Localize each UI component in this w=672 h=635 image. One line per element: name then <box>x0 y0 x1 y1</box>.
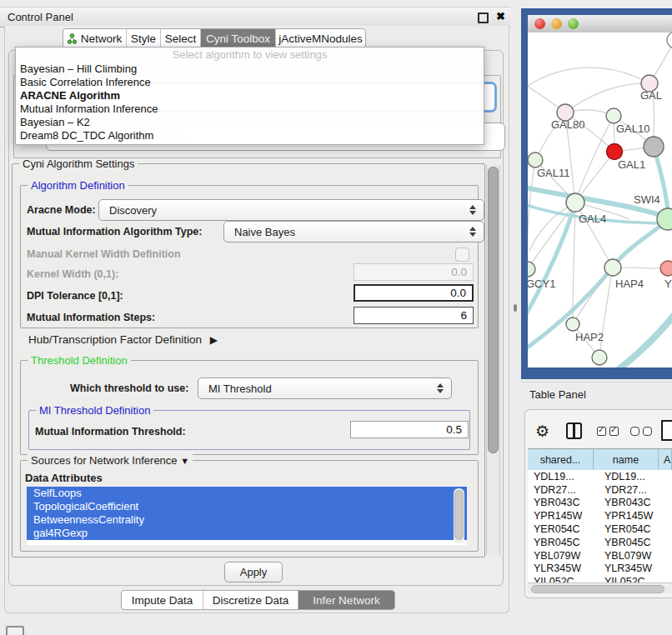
algorithm-option[interactable]: ARACNE Algorithm <box>16 89 484 102</box>
column-header-partial[interactable]: A <box>659 449 672 471</box>
network-node-label: GCY1 <box>528 278 555 290</box>
network-node-gal1[interactable] <box>607 144 623 160</box>
tab-impute-data[interactable]: Impute Data <box>122 591 203 609</box>
table-hscrollbar[interactable] <box>528 582 672 593</box>
float-panel-icon[interactable] <box>478 12 489 23</box>
apply-button[interactable]: Apply <box>224 562 283 582</box>
network-window-titlebar[interactable] <box>528 15 672 33</box>
document-icon[interactable] <box>661 420 672 441</box>
sources-group-title[interactable]: Sources for Network Inference ▼ <box>28 454 193 467</box>
network-node[interactable] <box>592 350 607 365</box>
table-row[interactable]: YBL079WYBL079W <box>528 549 672 562</box>
table-cell: YDL19... <box>528 471 599 482</box>
spinner-arrows-icon <box>469 227 476 237</box>
table-row[interactable]: YIL052CYIL052C9 <box>528 575 672 582</box>
docked-panel-icon[interactable] <box>6 626 24 635</box>
algorithm-option[interactable]: Bayesian – Hill Climbing <box>16 62 484 76</box>
tab-label: Network <box>81 32 123 45</box>
tab-discretize-data[interactable]: Discretize Data <box>203 591 298 609</box>
network-tab-icon <box>68 33 77 44</box>
table-cell: YDR27... <box>599 484 669 496</box>
table-cell: YIL052C <box>599 576 669 582</box>
table-row[interactable]: YLR345WYLR345W9. <box>528 562 672 576</box>
manual-kernel-checkbox[interactable] <box>455 248 469 262</box>
column-header-name[interactable]: name <box>594 449 659 471</box>
mi-type-label: Mutual Information Algorithm Type: <box>27 226 202 238</box>
settings-scrollbar-thumb[interactable] <box>488 167 499 453</box>
network-node-gcy1[interactable] <box>528 262 535 277</box>
network-node-y[interactable] <box>660 261 672 276</box>
attributes-scrollbar[interactable] <box>454 488 464 543</box>
network-node[interactable] <box>644 137 664 157</box>
table-row[interactable]: YBR045CYBR045C9. <box>528 536 672 549</box>
control-panel-tab-bar: NetworkStyleSelectCyni ToolboxjActiveMNo… <box>63 28 366 48</box>
mi-steps-input[interactable] <box>354 307 474 324</box>
network-node-gal4[interactable] <box>566 193 584 212</box>
kernel-width-input[interactable] <box>354 263 474 281</box>
table-cell: YBR045C <box>528 537 599 548</box>
mi-threshold-group-title: MI Threshold Definition <box>36 404 153 417</box>
attribute-item[interactable]: BetweennessCentrality <box>27 513 467 527</box>
gear-icon[interactable]: ⚙ <box>535 422 549 441</box>
spinner-arrows-icon <box>437 383 444 393</box>
table-cell: YDR27... <box>528 484 599 496</box>
table-hscrollbar-thumb[interactable] <box>531 585 664 593</box>
tab-infer-network[interactable]: Infer Network <box>298 591 394 609</box>
table-row[interactable]: YDL19...YDL19...13 <box>528 470 672 483</box>
algorithm-option[interactable]: Mutual Information Inference <box>16 102 484 116</box>
close-panel-icon[interactable]: ✖ <box>496 10 505 22</box>
network-node-label: SWI4 <box>634 193 660 206</box>
tab-label: Discretize Data <box>213 594 289 607</box>
network-node-hap4[interactable] <box>604 259 621 276</box>
network-canvas[interactable]: GALGAL80GAL10GAL1GAL11SWI4GAL4GCY1HAP4YH… <box>528 32 672 368</box>
network-node[interactable] <box>667 32 672 48</box>
attribute-item[interactable]: SelfLoops <box>27 487 467 500</box>
tab-select[interactable]: Select <box>160 29 200 48</box>
select-all-checks-icon[interactable] <box>597 427 619 436</box>
algorithm-dropdown-popup: Select algorithm to view settings Bayesi… <box>15 47 484 145</box>
panel-separator-line <box>521 382 672 382</box>
network-node-hap2[interactable] <box>566 318 579 331</box>
table-row[interactable]: YDR27...YDR27...12 <box>528 483 672 497</box>
table-row[interactable]: YBR043CYBR043C <box>528 497 672 510</box>
attribute-item[interactable]: gal4RGexp <box>27 527 467 540</box>
table-row[interactable]: YER054CYER054C8. <box>528 522 672 536</box>
hub-definition-expander[interactable]: Hub/Transcription Factor Definition ▶ <box>28 333 218 346</box>
data-attributes-label: Data Attributes <box>25 472 103 484</box>
algorithm-option[interactable]: Basic Correlation Inference <box>16 76 484 89</box>
algorithm-option[interactable]: Dream8 DC_TDC Algorithm <box>16 129 484 142</box>
tab-style[interactable]: Style <box>126 29 160 48</box>
tab-label: Cyni Toolbox <box>206 32 270 45</box>
mi-threshold-input[interactable] <box>350 421 469 438</box>
which-threshold-combobox[interactable]: MI Threshold <box>198 378 452 399</box>
network-node-label: GAL4 <box>579 212 606 225</box>
deselect-all-checks-icon[interactable] <box>630 427 652 436</box>
tab-cyni-toolbox[interactable]: Cyni Toolbox <box>200 29 275 48</box>
tab-label: jActiveMNodules <box>278 32 363 45</box>
tab-label: Infer Network <box>313 594 379 607</box>
tab-network[interactable]: Network <box>63 29 126 48</box>
which-threshold-label: Which threshold to use: <box>70 382 188 394</box>
apply-button-label: Apply <box>240 566 268 578</box>
attribute-item[interactable]: TopologicalCoefficient <box>27 500 467 513</box>
algorithm-option[interactable]: Bayesian – K2 <box>16 116 484 129</box>
minimize-traffic-light-icon[interactable] <box>551 18 562 29</box>
table-cell: YBR043C <box>599 497 669 508</box>
network-node-label: HAP4 <box>615 278 644 290</box>
network-node-gal11[interactable] <box>528 152 543 168</box>
mi-type-combobox[interactable]: Naive Bayes <box>223 221 484 242</box>
network-node-label: GAL10 <box>616 122 649 135</box>
panel-divider-grip[interactable] <box>514 304 517 312</box>
zoom-traffic-light-icon[interactable] <box>568 18 579 29</box>
column-header-shared-name[interactable]: shared... <box>528 449 594 471</box>
tab-jactivemnodules[interactable]: jActiveMNodules <box>275 29 365 48</box>
table-row[interactable]: YPR145WYPR145W9. <box>528 509 672 522</box>
expander-right-arrow-icon: ▶ <box>210 334 218 346</box>
dpi-tolerance-input[interactable] <box>354 284 474 302</box>
aracne-mode-combobox[interactable]: Discovery <box>98 199 484 221</box>
table-cell: YPR145W <box>599 510 669 522</box>
settings-scrollbar[interactable] <box>486 165 500 555</box>
columns-icon[interactable] <box>566 422 582 439</box>
close-traffic-light-icon[interactable] <box>534 18 545 29</box>
network-node-gal10[interactable] <box>606 108 621 123</box>
